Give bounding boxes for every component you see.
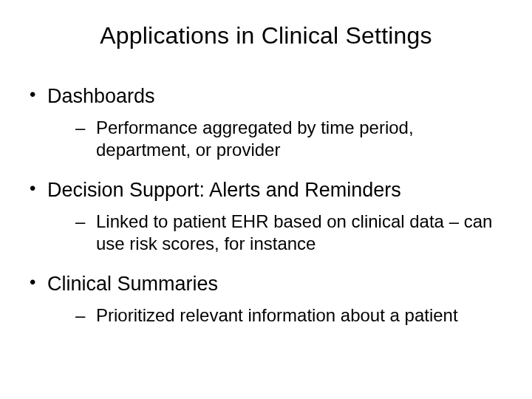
sub-bullet-label: Prioritized relevant information about a… <box>96 305 458 325</box>
bullet-label: Dashboards <box>47 85 155 107</box>
sub-bullet-label: Linked to patient EHR based on clinical … <box>96 211 492 253</box>
slide: Applications in Clinical Settings Dashbo… <box>0 22 532 399</box>
bullet-label: Clinical Summaries <box>47 273 218 295</box>
bullet-item: Decision Support: Alerts and Reminders L… <box>24 177 508 255</box>
sub-bullet-item: Linked to patient EHR based on clinical … <box>47 211 508 255</box>
sub-bullet-item: Performance aggregated by time period, d… <box>47 117 508 161</box>
bullet-item: Dashboards Performance aggregated by tim… <box>24 83 508 161</box>
bullet-label: Decision Support: Alerts and Reminders <box>47 179 401 201</box>
sub-bullet-label: Performance aggregated by time period, d… <box>96 117 414 160</box>
bullet-item: Clinical Summaries Prioritized relevant … <box>24 271 508 327</box>
slide-title: Applications in Clinical Settings <box>0 22 532 50</box>
sub-bullet-item: Prioritized relevant information about a… <box>47 304 508 327</box>
slide-content: Dashboards Performance aggregated by tim… <box>24 83 508 327</box>
